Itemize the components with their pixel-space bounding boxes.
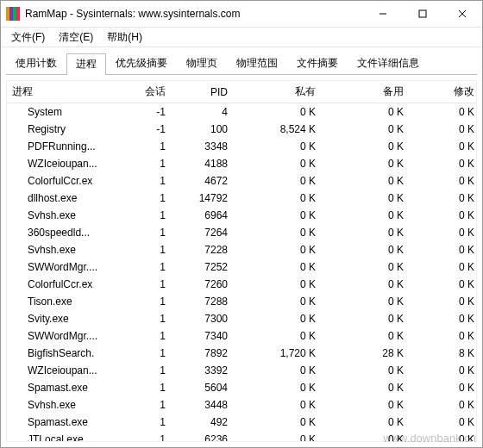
cell-mod: 0 K	[411, 379, 476, 396]
cell-process: WZIceioupan...	[7, 155, 122, 172]
column-pid[interactable]: PID	[172, 81, 235, 103]
cell-pid: 4672	[172, 172, 235, 190]
cell-mod: 0 K	[411, 172, 476, 190]
tab[interactable]: 优先级摘要	[106, 53, 177, 74]
tab[interactable]: 使用计数	[6, 53, 66, 74]
cell-mod: 0 K	[411, 396, 476, 414]
cell-session: 1	[122, 310, 172, 327]
cell-process: ColorfulCcr.ex	[7, 172, 122, 190]
close-button[interactable]	[442, 1, 482, 27]
table-row[interactable]: JTLocal.exe162360 K0 K0 K	[7, 431, 476, 441]
menu-item[interactable]: 清空(E)	[52, 28, 100, 47]
cell-spare: 0 K	[323, 327, 411, 345]
cell-spare: 0 K	[323, 190, 411, 207]
cell-private: 0 K	[235, 414, 323, 431]
table-row[interactable]: Svhsh.exe169640 K0 K0 K	[7, 207, 476, 224]
table-row[interactable]: Svity.exe173000 K0 K0 K	[7, 310, 476, 327]
table-row[interactable]: WZIceioupan...141880 K0 K0 K	[7, 155, 476, 172]
cell-process: BigfishSearch.	[7, 345, 122, 362]
cell-private: 0 K	[235, 276, 323, 293]
cell-spare: 0 K	[323, 362, 411, 379]
table-row[interactable]: Svhsh.exe172280 K0 K0 K	[7, 241, 476, 258]
window-controls	[363, 1, 482, 27]
cell-private: 0 K	[235, 241, 323, 258]
menu-item[interactable]: 文件(F)	[4, 28, 52, 47]
menubar: 文件(F)清空(E)帮助(H)	[1, 28, 482, 47]
window-title: RamMap - Sysinternals: www.sysinternals.…	[25, 8, 363, 20]
cell-spare: 0 K	[323, 431, 411, 441]
column-mod[interactable]: 修改	[411, 81, 476, 103]
table-row[interactable]: dllhost.exe1147920 K0 K0 K	[7, 190, 476, 207]
cell-mod: 0 K	[411, 103, 476, 121]
cell-private: 0 K	[235, 190, 323, 207]
cell-pid: 7228	[172, 241, 235, 258]
cell-spare: 0 K	[323, 224, 411, 241]
tab[interactable]: 物理页	[177, 53, 227, 74]
cell-pid: 5604	[172, 379, 235, 396]
menu-item[interactable]: 帮助(H)	[100, 28, 149, 47]
cell-process: WZIceioupan...	[7, 362, 122, 379]
cell-pid: 4	[172, 103, 235, 121]
cell-pid: 7300	[172, 310, 235, 327]
table-row[interactable]: Tison.exe172880 K0 K0 K	[7, 293, 476, 310]
cell-mod: 0 K	[411, 258, 476, 276]
cell-private: 1,720 K	[235, 345, 323, 362]
cell-private: 8,524 K	[235, 121, 323, 138]
titlebar[interactable]: RamMap - Sysinternals: www.sysinternals.…	[1, 1, 482, 28]
cell-session: 1	[122, 327, 172, 345]
table-row[interactable]: PDFRunning...133480 K0 K0 K	[7, 138, 476, 155]
cell-pid: 4188	[172, 155, 235, 172]
table-row[interactable]: 360speedld...172640 K0 K0 K	[7, 224, 476, 241]
cell-session: 1	[122, 172, 172, 190]
tab[interactable]: 物理范围	[227, 53, 287, 74]
column-spare[interactable]: 备用	[323, 81, 411, 103]
maximize-button[interactable]	[403, 1, 442, 27]
cell-session: 1	[122, 396, 172, 414]
cell-mod: 0 K	[411, 431, 476, 441]
column-process[interactable]: 进程	[7, 81, 122, 103]
cell-session: 1	[122, 138, 172, 155]
process-table: 进程 会话 PID 私有 备用 修改 System-140 K0 K0 KReg…	[7, 81, 476, 441]
cell-session: 1	[122, 207, 172, 224]
process-list[interactable]: 进程 会话 PID 私有 备用 修改 System-140 K0 K0 KReg…	[7, 81, 476, 441]
table-row[interactable]: SWWordMgr....173400 K0 K0 K	[7, 327, 476, 345]
cell-private: 0 K	[235, 258, 323, 276]
cell-pid: 7340	[172, 327, 235, 345]
cell-mod: 0 K	[411, 327, 476, 345]
tab[interactable]: 进程	[66, 53, 106, 75]
minimize-button[interactable]	[363, 1, 403, 27]
cell-spare: 0 K	[323, 379, 411, 396]
cell-spare: 0 K	[323, 155, 411, 172]
cell-pid: 6236	[172, 431, 235, 441]
cell-pid: 3392	[172, 362, 235, 379]
table-row[interactable]: WZIceioupan...133920 K0 K0 K	[7, 362, 476, 379]
cell-spare: 0 K	[323, 396, 411, 414]
table-row[interactable]: System-140 K0 K0 K	[7, 103, 476, 121]
cell-private: 0 K	[235, 379, 323, 396]
cell-process: Tison.exe	[7, 293, 122, 310]
cell-session: 1	[122, 224, 172, 241]
cell-spare: 0 K	[323, 172, 411, 190]
table-row[interactable]: ColorfulCcr.ex146720 K0 K0 K	[7, 172, 476, 190]
cell-private: 0 K	[235, 103, 323, 121]
table-row[interactable]: BigfishSearch.178921,720 K28 K8 K	[7, 345, 476, 362]
tab[interactable]: 文件摘要	[287, 53, 348, 74]
column-private[interactable]: 私有	[235, 81, 323, 103]
cell-private: 0 K	[235, 310, 323, 327]
table-row[interactable]: ColorfulCcr.ex172600 K0 K0 K	[7, 276, 476, 293]
table-row[interactable]: Svhsh.exe134480 K0 K0 K	[7, 396, 476, 414]
table-row[interactable]: Registry-11008,524 K0 K0 K	[7, 121, 476, 138]
tab[interactable]: 文件详细信息	[348, 53, 429, 74]
cell-pid: 7288	[172, 293, 235, 310]
table-row[interactable]: SWWordMgr....172520 K0 K0 K	[7, 258, 476, 276]
column-session[interactable]: 会话	[122, 81, 172, 103]
content-area: 进程 会话 PID 私有 备用 修改 System-140 K0 K0 KReg…	[6, 80, 477, 442]
table-row[interactable]: Spamast.exe156040 K0 K0 K	[7, 379, 476, 396]
app-icon	[6, 7, 20, 21]
cell-spare: 0 K	[323, 241, 411, 258]
cell-session: -1	[122, 103, 172, 121]
cell-private: 0 K	[235, 138, 323, 155]
table-row[interactable]: Spamast.exe14920 K0 K0 K	[7, 414, 476, 431]
cell-process: ColorfulCcr.ex	[7, 276, 122, 293]
cell-private: 0 K	[235, 207, 323, 224]
